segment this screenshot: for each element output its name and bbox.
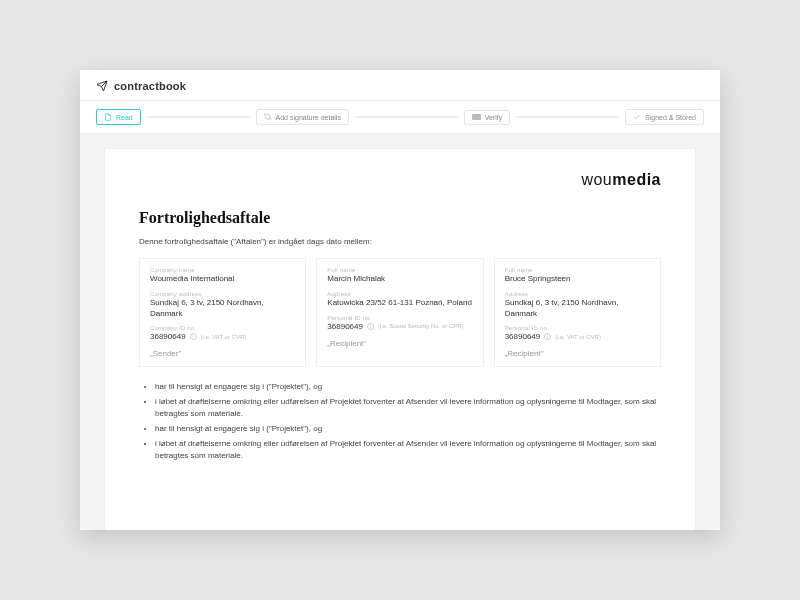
body-item: har til hensigt at engagere sig i ("Proj… [155,423,661,435]
field-label: Company ID no. [150,325,295,331]
party-id: 36890649 [150,332,186,341]
party-id: 36890649 [505,332,541,341]
party-id-row: 36890649 i (i.e. VAT or CVR) [150,332,295,341]
party-name: Woumedia International [150,274,295,285]
party-address: Katowicka 23/52 61-131 Poznań, Poland [327,298,472,309]
document-canvas: woumedia Fortrolighedsaftale Denne fortr… [80,134,720,530]
party-id-row: 36890649 i (i.e. Social Security No. or … [327,322,472,331]
progress-connector [516,116,619,118]
field-label: Company address [150,291,295,297]
logo-prefix: wou [581,171,612,188]
party-id-hint: (i.e. VAT or CVR) [201,334,247,340]
paper-plane-icon [96,80,108,92]
logo-suffix: media [612,171,661,188]
check-icon [633,113,641,121]
document-body-list: har til hensigt at engagere sig i ("Proj… [139,381,661,462]
body-item: i løbet af drøftelserne omkring eller ud… [155,396,661,420]
field-label: Address [505,291,650,297]
body-item: i løbet af drøftelserne omkring eller ud… [155,438,661,462]
step-verify[interactable]: Verify [464,110,511,125]
field-label: Address [327,291,472,297]
progress-connector [147,116,250,118]
party-card-recipient: Full name Bruce Springsteen Address Sund… [494,258,661,367]
id-card-icon [472,114,481,120]
parties-row: Company name Woumedia International Comp… [139,258,661,367]
logo-row: woumedia [139,171,661,189]
party-card-recipient: Full name Marcin Michalak Address Katowi… [316,258,483,367]
progress-connector [355,116,458,118]
app-window: contractbook Read Add signature details [80,70,720,530]
party-id-row: 36890649 i (i.e. VAT or CVR) [505,332,650,341]
info-icon: i [544,333,551,340]
field-label: Company name [150,267,295,273]
document-title: Fortrolighedsaftale [139,209,661,227]
field-label: Personal ID no. [505,325,650,331]
party-card-sender: Company name Woumedia International Comp… [139,258,306,367]
step-add-signature-label: Add signature details [276,114,341,121]
document-intro: Denne fortrolighedsaftale ("Aftalen") er… [139,237,661,246]
step-signed-label: Signed & Stored [645,114,696,121]
party-id: 36890649 [327,322,363,331]
progress-bar: Read Add signature details Verify Signed… [80,101,720,134]
info-icon: i [367,323,374,330]
party-address: Sundkaj 6, 3 tv, 2150 Nordhavn, Danmark [150,298,295,320]
field-label: Full name [505,267,650,273]
party-id-hint: (i.e. VAT or CVR) [555,334,601,340]
field-label: Full name [327,267,472,273]
body-item: har til hensigt at engagere sig i ("Proj… [155,381,661,393]
step-signed[interactable]: Signed & Stored [625,109,704,125]
party-role: „Sender" [150,349,295,358]
party-address: Sundkaj 6, 3 tv, 2150 Nordhavn, Danmark [505,298,650,320]
party-id-hint: (i.e. Social Security No. or CPR) [378,323,464,329]
step-add-signature[interactable]: Add signature details [256,109,349,125]
party-name: Marcin Michalak [327,274,472,285]
field-label: Personal ID no. [327,315,472,321]
info-icon: i [190,333,197,340]
step-read-label: Read [116,114,133,121]
party-role: „Recipient" [327,339,472,348]
document-page: woumedia Fortrolighedsaftale Denne fortr… [104,148,696,530]
step-verify-label: Verify [485,114,503,121]
pen-icon [264,113,272,121]
party-name: Bruce Springsteen [505,274,650,285]
brand-name: contractbook [114,80,186,92]
party-role: „Recipient" [505,349,650,358]
document-icon [104,113,112,121]
company-logo: woumedia [581,171,661,189]
step-read[interactable]: Read [96,109,141,125]
app-header: contractbook [80,70,720,101]
